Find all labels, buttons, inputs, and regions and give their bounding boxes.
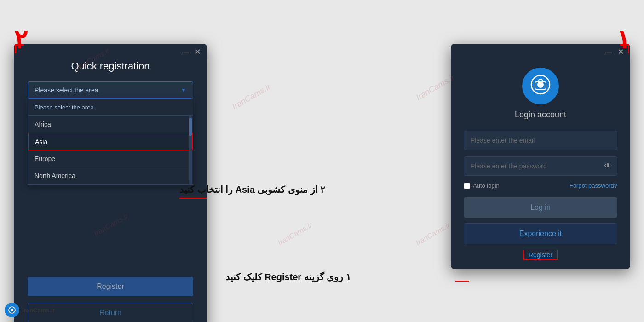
logo-circle (5, 303, 19, 317)
minimize-btn-right[interactable]: — (605, 48, 612, 56)
right-window: — ✕ Login account 👁 A (451, 44, 630, 269)
forgot-password-link[interactable]: Forgot password? (569, 182, 617, 189)
red-mark-tl-h (15, 44, 24, 46)
dropdown-menu-header: Please select the area. (28, 99, 193, 116)
register-row: Register (464, 250, 617, 260)
auto-login-checkbox[interactable] (464, 183, 470, 189)
logo-text: IranCams.ir (22, 307, 55, 314)
watermark-6: IranCams.ir (414, 221, 452, 247)
dropdown-item-asia[interactable]: Asia (28, 133, 193, 150)
password-input[interactable] (464, 156, 617, 176)
svg-point-1 (537, 81, 544, 88)
login-title: Login account (515, 110, 566, 120)
login-button[interactable]: Log in (464, 197, 617, 218)
red-mark-tr-v (628, 44, 629, 53)
left-window-title: Quick registration (14, 56, 207, 81)
scrollbar[interactable] (189, 116, 192, 184)
annotation-line-asia (179, 198, 207, 199)
annotation-asia: ۲ از منوی کشوبی Asia را انتخاب کنید (179, 184, 325, 195)
watermark-5: IranCams.ir (276, 221, 314, 247)
email-input[interactable] (464, 131, 617, 150)
register-button[interactable]: Register (28, 277, 193, 296)
watermark-2: IranCams.ir (230, 82, 272, 112)
chevron-down-icon: ▼ (181, 87, 186, 93)
left-window-body: Please select the area. ▼ Please select … (14, 81, 207, 322)
experience-button[interactable]: Experience it (464, 223, 617, 244)
minimize-btn-left[interactable]: — (182, 48, 189, 56)
scrollbar-thumb (189, 118, 192, 136)
password-input-wrap: 👁 (464, 156, 617, 176)
camera-icon (530, 75, 551, 98)
dropdown-item-europe[interactable]: Europe (28, 150, 193, 167)
login-avatar-section: Login account (451, 56, 630, 126)
bottom-logo: IranCams.ir (5, 303, 55, 317)
dropdown-menu: Please select the area. Africa Asia Euro… (28, 99, 193, 185)
area-dropdown-wrapper: Please select the area. ▼ Please select … (28, 81, 193, 185)
login-options: Auto login Forgot password? (464, 182, 617, 189)
dropdown-item-africa[interactable]: Africa (28, 116, 193, 133)
dropdown-item-north-america[interactable]: North America (28, 167, 193, 184)
email-input-wrap (464, 131, 617, 150)
login-form: 👁 Auto login Forgot password? Log in Exp… (451, 126, 630, 269)
titlebar-right: — ✕ (451, 44, 630, 56)
eye-icon[interactable]: 👁 (604, 162, 612, 170)
auto-login-wrap: Auto login (464, 182, 500, 189)
annotation-register: ۱ روی گزینه Register کلیک کنید (225, 271, 351, 282)
auto-login-label: Auto login (473, 182, 500, 189)
red-mark-tl-v (15, 44, 16, 53)
area-dropdown[interactable]: Please select the area. ▼ (28, 81, 193, 99)
register-link[interactable]: Register (523, 250, 558, 260)
close-btn-left[interactable]: ✕ (195, 48, 201, 56)
watermark-3: IranCams.ir (414, 73, 456, 103)
avatar (522, 68, 559, 104)
titlebar-left: — ✕ (14, 44, 207, 56)
dropdown-selected-text: Please select the area. (34, 86, 100, 94)
svg-point-4 (11, 309, 13, 311)
annotation-line-register (455, 281, 469, 282)
left-window: — ✕ Quick registration Please select the… (14, 44, 207, 322)
